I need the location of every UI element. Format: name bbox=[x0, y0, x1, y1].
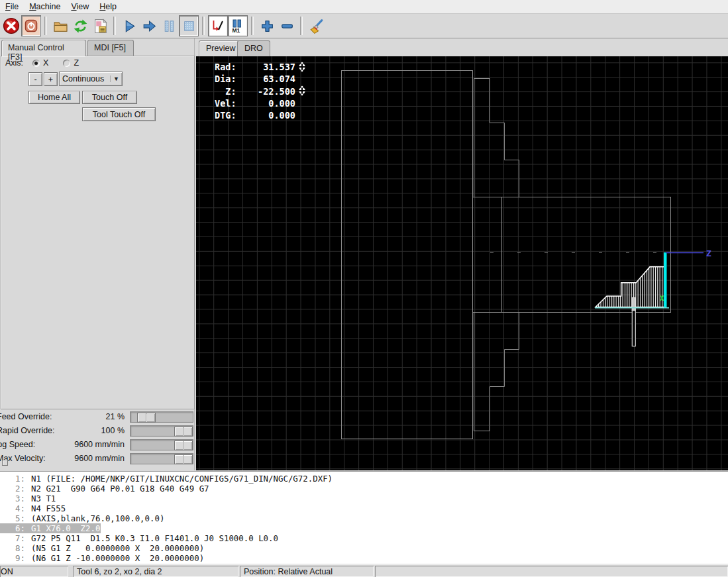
line-text: (AXIS,blank,76.0,100.0,0.0) bbox=[31, 513, 164, 523]
slider-thumb[interactable] bbox=[137, 413, 156, 423]
toolbar-separator bbox=[251, 17, 254, 35]
line-text: (N5 G1 Z 0.0000000 X 20.0000000) bbox=[31, 543, 204, 553]
rapid-override-row: Rapid Override: 100 % bbox=[0, 425, 195, 437]
x-axis-label: X bbox=[660, 294, 664, 303]
rapid-override-slider[interactable] bbox=[130, 425, 193, 437]
stop-button[interactable] bbox=[179, 15, 199, 36]
position-mode-cell: Position: Relative Actual bbox=[240, 566, 374, 577]
pause-icon bbox=[161, 18, 178, 34]
pane-sash-grip[interactable] bbox=[2, 460, 8, 466]
preview-canvas[interactable]: Z X Rad: 31.537Dia: 63.074 Z: -22.500Vel… bbox=[196, 56, 728, 470]
tab-mdi[interactable]: MDI [F5] bbox=[87, 40, 134, 56]
manual-control-panel: Manual Control [F3] MDI [F5] Axis: X Z -… bbox=[0, 38, 195, 470]
slider-thumb[interactable] bbox=[174, 427, 193, 437]
max-velocity-value: 9600 mm/min bbox=[74, 454, 125, 463]
gcode-line[interactable]: 8:(N5 G1 Z 0.0000000 X 20.0000000) bbox=[0, 543, 728, 553]
preview-tab-strip: Preview DRO bbox=[195, 38, 728, 56]
z-axis-label: Z bbox=[706, 248, 711, 258]
touch-off-button[interactable]: Touch Off bbox=[82, 91, 137, 104]
tool-shank bbox=[632, 311, 635, 346]
part-profile bbox=[596, 267, 665, 307]
tab-manual-control[interactable]: Manual Control [F3] bbox=[1, 40, 86, 56]
gcode-line-active[interactable]: 6:G1 X76.0 Z2.0 bbox=[0, 523, 101, 533]
line-number: 4: bbox=[0, 503, 25, 513]
axis-z-label: Z bbox=[74, 58, 79, 68]
axis-window: File Machine View Help bbox=[0, 0, 728, 577]
estop-button[interactable] bbox=[1, 15, 21, 36]
jog-speed-slider[interactable] bbox=[130, 439, 193, 450]
toolpath-properties-button[interactable] bbox=[90, 15, 110, 36]
tool-tip bbox=[632, 297, 636, 311]
clear-plot-button[interactable] bbox=[306, 15, 326, 36]
rapid-override-value: 100 % bbox=[101, 426, 125, 435]
traverse-path-line bbox=[664, 252, 667, 308]
feed-override-slider[interactable] bbox=[130, 411, 193, 423]
step-button[interactable] bbox=[139, 15, 159, 36]
toolbar: M1 bbox=[0, 14, 728, 38]
run-button[interactable] bbox=[119, 15, 139, 36]
gcode-listing: 1:N1 (FILE: /HOME/NKP/GIT/LINUXCNC/CONFI… bbox=[0, 471, 728, 564]
jog-minus-button[interactable]: - bbox=[28, 72, 42, 86]
menu-file[interactable]: File bbox=[0, 1, 24, 13]
menu-bar: File Machine View Help bbox=[0, 0, 728, 14]
tab-preview[interactable]: Preview bbox=[199, 40, 242, 56]
axis-z-radio[interactable] bbox=[63, 60, 70, 67]
machine-power-button[interactable] bbox=[21, 15, 41, 36]
zoom-in-button[interactable] bbox=[257, 15, 277, 36]
jog-plus-button[interactable]: + bbox=[44, 72, 58, 86]
open-file-button[interactable] bbox=[50, 15, 70, 36]
reload-button[interactable] bbox=[70, 15, 90, 36]
gcode-line[interactable]: 1:N1 (FILE: /HOME/NKP/GIT/LINUXCNC/CONFI… bbox=[0, 474, 728, 484]
line-text: N1 (FILE: /HOME/NKP/GIT/LINUXCNC/CONFIGS… bbox=[31, 474, 333, 484]
gcode-line[interactable]: 5:(AXIS,blank,76.0,100.0,0.0) bbox=[0, 513, 728, 523]
run-icon bbox=[121, 18, 138, 34]
zoom-in-icon bbox=[259, 18, 276, 34]
axis-x-radio[interactable] bbox=[32, 60, 40, 67]
line-number: 1: bbox=[0, 474, 25, 484]
max-velocity-slider[interactable] bbox=[130, 453, 193, 464]
machine-state-cell: ON bbox=[0, 566, 68, 577]
feed-override-value: 21 % bbox=[106, 412, 125, 421]
gcode-line[interactable]: 3:N3 T1 bbox=[0, 494, 728, 503]
status-bar: ON Tool 6, zo 2, xo 2, dia 2 Position: R… bbox=[0, 564, 728, 577]
tool-info-cell: Tool 6, zo 2, xo 2, dia 2 bbox=[73, 566, 238, 577]
slider-thumb[interactable] bbox=[174, 441, 193, 450]
pause-button[interactable] bbox=[159, 15, 179, 36]
tool-touch-off-button[interactable]: Tool Touch Off bbox=[82, 107, 156, 121]
gcode-line[interactable]: 4:N4 F555 bbox=[0, 503, 728, 513]
line-text: N3 T1 bbox=[31, 494, 56, 503]
feed-override-row: Feed Override: 21 % bbox=[0, 411, 195, 423]
jog-speed-label: Jog Speed: bbox=[0, 440, 35, 449]
jog-mode-select[interactable]: Continuous ▼ bbox=[59, 72, 123, 86]
menu-machine[interactable]: Machine bbox=[24, 1, 66, 13]
dro-vel: Vel: 0.000 bbox=[215, 97, 295, 109]
optional-stop-icon: M1 bbox=[230, 18, 246, 34]
reload-icon bbox=[72, 18, 89, 34]
homed-icon bbox=[297, 85, 307, 96]
feed-override-label: Feed Override: bbox=[0, 412, 52, 421]
status-spacer-cell bbox=[375, 566, 728, 577]
gcode-line[interactable]: 7:G72 P5 Q11 D1.5 K0.3 I1.0 F1401.0 J0 S… bbox=[0, 533, 728, 543]
line-number: 5: bbox=[0, 513, 25, 523]
gcode-line[interactable]: 9:(N6 G1 Z -10.0000000 X 20.0000000) bbox=[0, 553, 728, 563]
line-text: G1 X76.0 Z2.0 bbox=[31, 523, 100, 533]
slider-thumb[interactable] bbox=[174, 454, 193, 464]
optional-stop-toggle[interactable]: M1 bbox=[228, 15, 248, 36]
line-number: 6: bbox=[0, 523, 25, 533]
stop-icon bbox=[181, 18, 197, 34]
menu-view[interactable]: View bbox=[66, 1, 94, 13]
home-all-button[interactable]: Home All bbox=[28, 91, 80, 104]
line-number: 9: bbox=[0, 553, 25, 563]
max-velocity-row: Max Velocity: 9600 mm/min bbox=[0, 453, 195, 465]
skip-lines-toggle[interactable] bbox=[208, 15, 228, 36]
line-number: 3: bbox=[0, 494, 25, 503]
line-text: (N6 G1 Z -10.0000000 X 20.0000000) bbox=[31, 553, 204, 563]
svg-text:M1: M1 bbox=[233, 27, 240, 34]
gcode-line[interactable]: 2:N2 G21 G90 G64 P0.01 G18 G40 G49 G7 bbox=[0, 484, 728, 494]
power-icon bbox=[23, 18, 39, 34]
menu-help[interactable]: Help bbox=[94, 1, 122, 13]
tab-dro[interactable]: DRO bbox=[237, 40, 270, 56]
line-number: 8: bbox=[0, 543, 25, 553]
chevron-down-icon: ▼ bbox=[110, 76, 119, 82]
zoom-out-button[interactable] bbox=[277, 15, 297, 36]
